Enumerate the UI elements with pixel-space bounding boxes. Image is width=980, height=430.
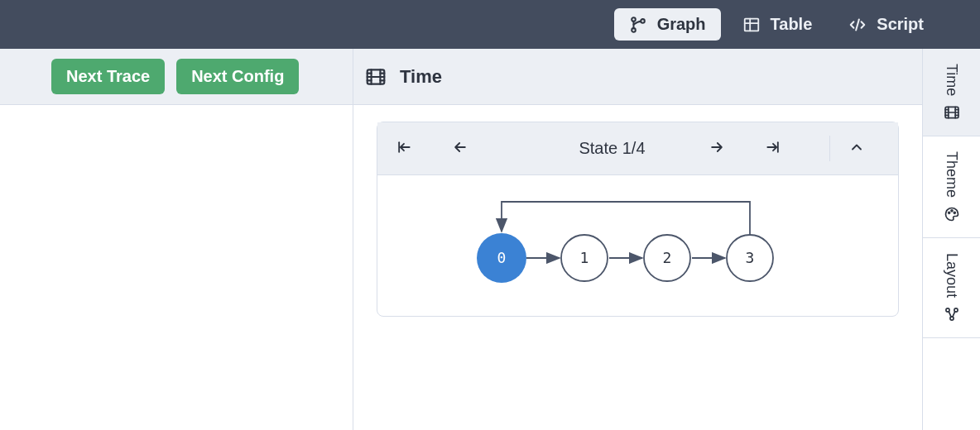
panel-header: Time xyxy=(353,49,922,105)
film-icon xyxy=(944,104,960,121)
left-body xyxy=(0,105,353,430)
palette-icon xyxy=(944,206,960,222)
layout-icon xyxy=(944,306,960,322)
state-node-2-label: 2 xyxy=(662,249,671,266)
tab-graph[interactable]: Graph xyxy=(614,8,721,41)
arrow-right-icon xyxy=(709,139,725,158)
skip-forward-icon xyxy=(765,139,781,158)
tab-table-label: Table xyxy=(771,15,813,34)
sidebar-tab-theme-label: Theme xyxy=(943,151,960,198)
next-trace-button[interactable]: Next Trace xyxy=(51,59,165,94)
svg-line-40 xyxy=(949,312,951,318)
arrow-left-icon xyxy=(452,139,468,158)
tab-script-label: Script xyxy=(877,15,924,34)
left-column: Next Trace Next Config xyxy=(0,49,353,430)
next-config-button[interactable]: Next Config xyxy=(176,59,299,94)
sidebar-tab-theme[interactable]: Theme xyxy=(923,136,980,238)
sidebar-tab-time[interactable]: Time xyxy=(923,49,980,136)
svg-line-41 xyxy=(952,312,954,318)
state-node-3-label: 3 xyxy=(745,249,754,266)
svg-point-34 xyxy=(948,213,949,214)
collapse-section xyxy=(829,136,883,161)
git-branch-icon xyxy=(629,16,647,34)
sidebar-tab-layout[interactable]: Layout xyxy=(923,238,980,338)
next-state-button[interactable] xyxy=(705,136,728,161)
sidebar-tab-layout-label: Layout xyxy=(943,253,960,298)
skip-back-icon xyxy=(396,139,412,158)
middle-column: Time xyxy=(353,49,922,430)
table-icon xyxy=(742,16,761,34)
panel-body: State 1/4 xyxy=(353,105,922,430)
state-card: State 1/4 xyxy=(377,122,899,317)
state-controls: State 1/4 xyxy=(377,122,898,175)
film-icon xyxy=(365,66,387,88)
state-nav-right xyxy=(705,136,898,161)
top-bar: Graph Table Script xyxy=(0,0,980,49)
right-sidebar: Time Theme Layout xyxy=(922,49,980,430)
collapse-button[interactable] xyxy=(845,136,868,161)
sidebar-tab-time-label: Time xyxy=(943,64,960,96)
state-nav-left xyxy=(377,136,472,161)
svg-line-6 xyxy=(856,19,859,30)
state-node-1-label: 1 xyxy=(579,249,588,266)
content-area: Next Trace Next Config Time xyxy=(0,49,980,430)
tab-graph-label: Graph xyxy=(657,15,706,34)
svg-point-36 xyxy=(954,213,955,214)
svg-point-35 xyxy=(951,210,953,212)
panel-title: Time xyxy=(400,66,442,88)
code-icon xyxy=(848,16,867,34)
svg-rect-3 xyxy=(744,18,758,31)
tab-table[interactable]: Table xyxy=(728,8,828,41)
tab-script[interactable]: Script xyxy=(833,8,939,41)
state-node-0-label: 0 xyxy=(497,249,506,266)
last-state-button[interactable] xyxy=(761,136,785,161)
first-state-button[interactable] xyxy=(392,136,416,161)
state-viz: 0 1 2 3 xyxy=(377,175,898,316)
prev-state-button[interactable] xyxy=(449,136,472,161)
chevron-up-icon xyxy=(848,139,865,158)
left-toolbar: Next Trace Next Config xyxy=(0,49,353,105)
state-graph: 0 1 2 3 xyxy=(473,192,804,291)
